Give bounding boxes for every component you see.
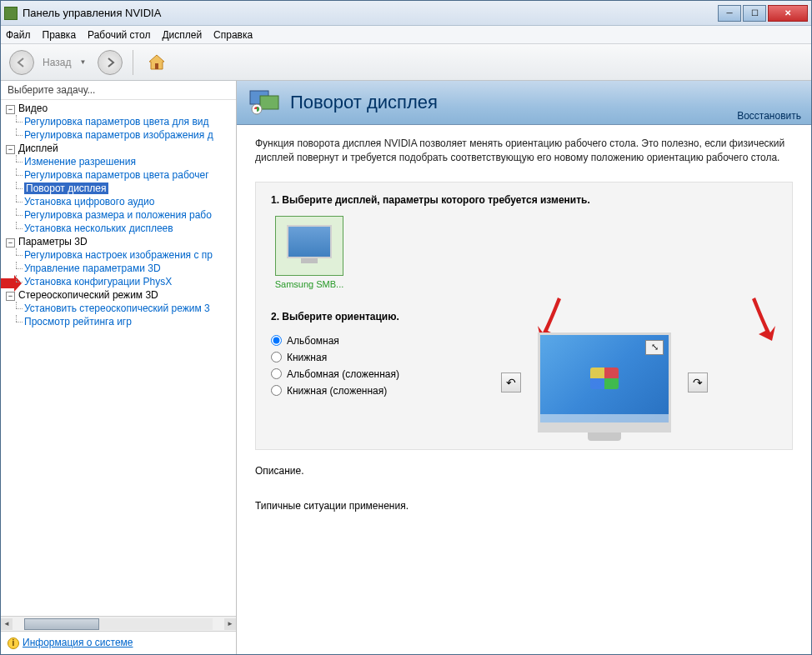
preview-area: ↶ ⤡ ↷ bbox=[433, 332, 777, 432]
windows-logo-icon bbox=[590, 368, 619, 389]
tree-item[interactable]: Установка нескольких дисплеев bbox=[1, 222, 236, 235]
minimize-button[interactable]: ─ bbox=[718, 5, 741, 22]
orientation-radios: АльбомнаяКнижнаяАльбомная (сложенная)Кни… bbox=[271, 332, 399, 399]
orientation-option[interactable]: Альбомная bbox=[271, 332, 399, 349]
menubar: Файл Правка Рабочий стол Дисплей Справка bbox=[1, 26, 811, 44]
svg-rect-0 bbox=[155, 63, 158, 69]
sidebar: Выберите задачу... −ВидеоРегулировка пар… bbox=[1, 81, 237, 654]
toolbar: Назад ▼ bbox=[1, 44, 811, 81]
arrow-right-icon bbox=[104, 57, 116, 68]
orientation-option[interactable]: Альбомная (сложенная) bbox=[271, 366, 399, 382]
svg-rect-2 bbox=[260, 96, 278, 109]
tree-toggle[interactable]: − bbox=[6, 105, 15, 114]
system-info-link-row: iИнформация о системе bbox=[1, 631, 236, 654]
scroll-right-button[interactable]: ► bbox=[224, 618, 236, 630]
orientation-radio[interactable] bbox=[271, 368, 282, 379]
back-dropdown[interactable]: ▼ bbox=[79, 58, 86, 66]
tree-item[interactable]: Регулировка настроек изображения с пр bbox=[1, 248, 236, 262]
menu-display[interactable]: Дисплей bbox=[162, 29, 202, 41]
system-info-link[interactable]: Информация о системе bbox=[23, 637, 133, 648]
tree-item[interactable]: Изменение разрешения bbox=[1, 155, 236, 168]
display-tile[interactable]: Samsung SMB... bbox=[271, 216, 348, 289]
orientation-label: Книжная (сложенная) bbox=[287, 385, 387, 397]
menu-file[interactable]: Файл bbox=[6, 29, 31, 41]
tree-item[interactable]: Регулировка размера и положения рабо bbox=[1, 208, 236, 222]
tree-item[interactable]: Управление параметрами 3D bbox=[1, 262, 236, 275]
titlebar[interactable]: Панель управления NVIDIA ─ ☐ ✕ bbox=[1, 1, 811, 26]
orientation-label: Альбомная (сложенная) bbox=[287, 368, 399, 380]
taskbar-icon bbox=[540, 414, 669, 422]
tree-category[interactable]: Параметры 3D bbox=[18, 236, 88, 248]
display-name: Samsung SMB... bbox=[271, 279, 348, 289]
annotation-arrow-right-icon bbox=[747, 294, 780, 344]
nvidia-icon bbox=[4, 7, 18, 20]
window-title: Панель управления NVIDIA bbox=[23, 7, 718, 19]
menu-edit[interactable]: Правка bbox=[43, 29, 77, 41]
menu-help[interactable]: Справка bbox=[213, 29, 253, 41]
sidebar-hscroll[interactable]: ◄ ► bbox=[1, 616, 236, 631]
tree-category[interactable]: Видео bbox=[18, 102, 48, 114]
scroll-thumb[interactable] bbox=[24, 618, 99, 630]
step1-title: 1. Выберите дисплей, параметры которого … bbox=[271, 194, 777, 206]
page-header-icon bbox=[248, 88, 282, 118]
monitor-icon bbox=[287, 225, 332, 258]
orientation-radio[interactable] bbox=[271, 385, 282, 396]
main-window: Панель управления NVIDIA ─ ☐ ✕ Файл Прав… bbox=[0, 0, 812, 655]
toolbar-divider bbox=[133, 50, 133, 75]
orientation-radio[interactable] bbox=[271, 352, 282, 362]
usecases-label: Типичные ситуации применения. bbox=[255, 500, 793, 512]
scroll-left-button[interactable]: ◄ bbox=[1, 618, 13, 630]
arrow-left-icon bbox=[16, 57, 28, 68]
orientation-label: Книжная bbox=[287, 352, 327, 363]
restore-link[interactable]: Восстановить bbox=[737, 110, 801, 122]
back-button[interactable] bbox=[9, 50, 34, 75]
rotate-ccw-button[interactable]: ↶ bbox=[501, 372, 521, 392]
sidebar-header: Выберите задачу... bbox=[1, 81, 236, 100]
rotate-cw-button[interactable]: ↷ bbox=[688, 372, 708, 392]
close-button[interactable]: ✕ bbox=[768, 5, 808, 22]
step2-title: 2. Выберите ориентацию. bbox=[271, 311, 777, 322]
tree-item[interactable]: Регулировка параметров цвета для вид bbox=[1, 115, 236, 128]
orientation-option[interactable]: Книжная bbox=[271, 349, 399, 366]
orientation-label: Альбомная bbox=[287, 335, 339, 347]
swap-icon: ⤡ bbox=[645, 340, 664, 355]
settings-section: 1. Выберите дисплей, параметры которого … bbox=[255, 182, 793, 450]
page-title: Поворот дисплея bbox=[290, 92, 438, 113]
tree-category[interactable]: Стереоскопический режим 3D bbox=[18, 289, 158, 301]
tree-item[interactable]: Регулировка параметров цвета рабочег bbox=[1, 168, 236, 182]
tree-item[interactable]: Установка конфигурации PhysX bbox=[1, 275, 236, 288]
description-label: Описание. bbox=[255, 465, 793, 477]
orientation-option[interactable]: Книжная (сложенная) bbox=[271, 382, 399, 399]
back-label: Назад bbox=[43, 57, 71, 68]
tree-category[interactable]: Дисплей bbox=[18, 142, 58, 154]
home-icon bbox=[146, 52, 168, 73]
info-icon: i bbox=[8, 638, 19, 649]
page-header: Поворот дисплея Восстановить bbox=[237, 81, 811, 125]
tree-item[interactable]: Просмотр рейтинга игр bbox=[1, 315, 236, 328]
maximize-button[interactable]: ☐ bbox=[743, 5, 766, 22]
tree-item[interactable]: Установить стереоскопический режим 3 bbox=[1, 302, 236, 315]
orientation-radio[interactable] bbox=[271, 335, 282, 346]
monitor-preview: ⤡ bbox=[538, 332, 671, 432]
tree-toggle[interactable]: − bbox=[6, 238, 15, 248]
intro-text: Функция поворота дисплея NVIDIA позволяе… bbox=[255, 137, 793, 165]
forward-button[interactable] bbox=[98, 50, 123, 75]
tree-toggle[interactable]: − bbox=[6, 145, 15, 154]
content-pane: Поворот дисплея Восстановить Функция пов… bbox=[237, 81, 811, 654]
menu-desktop[interactable]: Рабочий стол bbox=[88, 29, 150, 41]
tree-toggle[interactable]: − bbox=[6, 292, 15, 301]
tree-item[interactable]: Регулировка параметров изображения д bbox=[1, 128, 236, 142]
home-button[interactable] bbox=[143, 49, 170, 76]
tree-item[interactable]: Поворот дисплея bbox=[1, 182, 236, 195]
tree-item[interactable]: Установка цифрового аудио bbox=[1, 195, 236, 208]
task-tree: −ВидеоРегулировка параметров цвета для в… bbox=[1, 100, 236, 616]
